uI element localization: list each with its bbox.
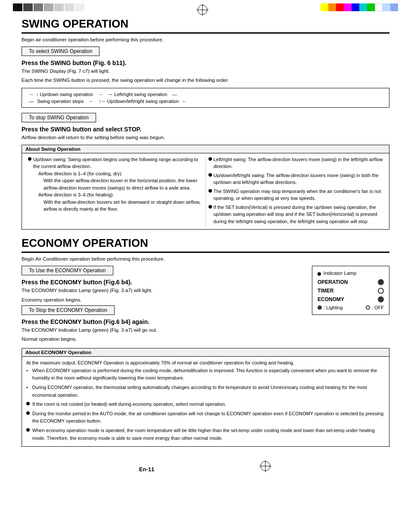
color-block-6 (65, 3, 74, 11)
top-crosshair (196, 3, 209, 16)
swing-section: SWING OPERATION Begin air conditioner op… (22, 17, 389, 230)
swing-heating-detail: With the airflow-direction louvers set f… (44, 199, 203, 213)
swing-diagram: → ↑ Up/down swing operation → ↔ Left/rig… (22, 88, 389, 108)
color-block-5 (54, 3, 64, 11)
swing-stop-label: To stop SWING Operation (29, 115, 89, 121)
swing-stop-box: To stop SWING Operation (22, 113, 96, 122)
about-economy-content: At the maximum output, ECONOMY Operation… (22, 357, 389, 446)
swatch-cyan (359, 3, 367, 11)
economy-about-bullet3: If the room is not cooled (or heated) we… (26, 401, 385, 408)
timer-lamp (378, 288, 384, 294)
economy-stop-text1: The ECONOMY Indicator Lamp (green) (Fig.… (22, 327, 305, 334)
economy-use-label: To Use the ECONOMY Operation (29, 268, 106, 274)
indicator-economy-label: ECONOMY (318, 296, 344, 302)
economy-title: ECONOMY OPERATION (22, 236, 389, 253)
page-number: En-11 (139, 466, 154, 473)
about-swing-content: Up/down swing: Swing operation begins us… (22, 153, 389, 230)
economy-use-text1: The ECONOMY Indicator Lamp (green) (Fig.… (22, 287, 305, 294)
swing-bullet-stop: The SWING operation may stop temporarily… (209, 188, 383, 202)
economy-use-text2: Economy operation begins. (22, 296, 305, 304)
bullet-dot (28, 157, 31, 161)
indicator-operation-row: OPERATION (318, 279, 384, 285)
swing-leftright-text: Left/right swing: The airflow-direction … (214, 156, 383, 170)
swing-heating-label: Airflow direction is 3–6 (for heating). (38, 191, 203, 199)
economy-bullet2-text: During ECONOMY operation, the thermostat… (32, 384, 385, 399)
indicator-economy-row: ECONOMY (318, 296, 384, 302)
legend-off: : OFF (366, 305, 384, 310)
print-header (0, 0, 411, 17)
economy-main-layout: To Use the ECONOMY Operation Press the E… (22, 266, 389, 345)
legend-filled-lamp (318, 305, 322, 310)
bullet-dot-5 (209, 205, 212, 208)
economy-bullet1-text: When ECONOMY operation is performed duri… (32, 367, 385, 382)
swing-cooling-detail: With the upper airflow-direction louver … (44, 177, 203, 191)
about-economy-box: About ECONOMY Operation At the maximum o… (22, 348, 389, 447)
swing-stop-heading: Press the SWING button and select STOP. (22, 126, 389, 133)
economy-bullet3-text: If the room is not cooled (or heated) we… (32, 401, 226, 408)
economy-use-heading: Press the ECONOMY button (Fig.6 b4). (22, 279, 305, 286)
economy-left-col: To Use the ECONOMY Operation Press the E… (22, 266, 305, 345)
economy-stop-text2: Normal operation begins. (22, 336, 305, 343)
swing-about-col2: Left/right swing: The airflow-direction … (206, 156, 386, 227)
economy-bullet5-text: When economy operation mode is operated,… (32, 427, 385, 442)
swatch-magenta (344, 3, 352, 11)
swing-intro: Begin air conditioner operation before p… (22, 37, 389, 42)
swing-diagram-row1: → ↑ Up/down swing operation → ↔ Left/rig… (29, 92, 382, 97)
swing-select-text1: The SWING Display (Fig. 7 c7) will light… (22, 68, 389, 75)
color-block-2 (23, 3, 33, 11)
swing-stop-detail: The SWING operation may stop temporarily… (214, 188, 383, 202)
economy-about-bullet2: • During ECONOMY operation, the thermost… (26, 384, 385, 399)
main-content: SWING OPERATION Begin air conditioner op… (0, 17, 411, 455)
bullet-dot-3 (209, 173, 212, 177)
swing-select-label: To select SWING Operation (29, 48, 92, 54)
bullet-dot-2 (209, 157, 212, 161)
swing-updown-label: ↑ Up/down swing operation (36, 92, 93, 97)
swing-diagram-row2: — Swing operation stops ← ↑↔ Up/down/lef… (29, 99, 382, 104)
indicator-title: Indicator Lamp (318, 271, 384, 276)
economy-about-bullet5: When economy operation mode is operated,… (26, 427, 385, 442)
swatch-orange (328, 3, 336, 11)
bottom-crosshair (259, 460, 272, 473)
economy-use-box: To Use the ECONOMY Operation (22, 266, 113, 275)
swing-alldir-label: ↑↔ Up/down/left/right swing operation (99, 99, 178, 104)
swatch-green (367, 3, 375, 11)
bullet-dot-4 (209, 189, 212, 193)
indicator-lamp-box: Indicator Lamp OPERATION TIMER ECONOMY (312, 266, 389, 315)
economy-bullet4-text: During the monitor period in the AUTO mo… (32, 410, 385, 425)
swing-select-heading: Press the SWING button (Fig. 6 b11). (22, 59, 389, 66)
economy-about-line1: At the maximum output, ECONOMY Operation… (26, 359, 385, 367)
indicator-timer-row: TIMER (318, 288, 384, 294)
swatch-blue (352, 3, 359, 11)
swing-select-box: To select SWING Operation (22, 47, 100, 56)
economy-about-bullet1: • When ECONOMY operation is performed du… (26, 367, 385, 382)
indicator-timer-label: TIMER (318, 288, 333, 294)
indicator-bullet (318, 272, 321, 276)
swing-bullet-updown: Up/down swing: Swing operation begins us… (28, 156, 203, 213)
economy-stop-heading: Press the ECONOMY button (Fig.6 b4) agai… (22, 318, 305, 325)
color-block-4 (44, 3, 53, 11)
econ-dot-4 (26, 411, 30, 415)
indicator-legend: : Lighting : OFF (318, 305, 384, 310)
swing-set-detail: If the SET button(Vertical) is pressed d… (214, 204, 383, 225)
indicator-title-label: Indicator Lamp (324, 271, 356, 276)
swing-leftright-label: ↔ Left/right swing operation (108, 92, 167, 97)
economy-stop-label: To Stop the ECONOMY Operation (29, 307, 107, 313)
swatch-lightblue1 (383, 3, 390, 11)
swatch-white (375, 3, 383, 11)
legend-lighting: : Lighting (318, 305, 343, 310)
economy-about-bullet4: During the monitor period in the AUTO mo… (26, 410, 385, 425)
swing-bullet-leftright: Left/right swing: The airflow-direction … (209, 156, 383, 170)
swing-select-text2: Each time the SWING button is pressed, t… (22, 77, 389, 84)
swatch-red (336, 3, 344, 11)
swing-bullet-set: If the SET button(Vertical) is pressed d… (209, 204, 383, 225)
swing-about-col1: Up/down swing: Swing operation begins us… (25, 156, 206, 227)
operation-lamp (378, 279, 384, 285)
about-swing-title: About Swing Operation (22, 145, 389, 153)
color-block-7 (75, 3, 84, 11)
legend-empty-lamp (366, 305, 370, 310)
color-block-1 (13, 3, 22, 11)
legend-lighting-label: : Lighting (324, 305, 343, 310)
color-block-3 (34, 3, 43, 11)
econ-dot-5 (26, 428, 30, 432)
swatch-yellow (321, 3, 328, 11)
